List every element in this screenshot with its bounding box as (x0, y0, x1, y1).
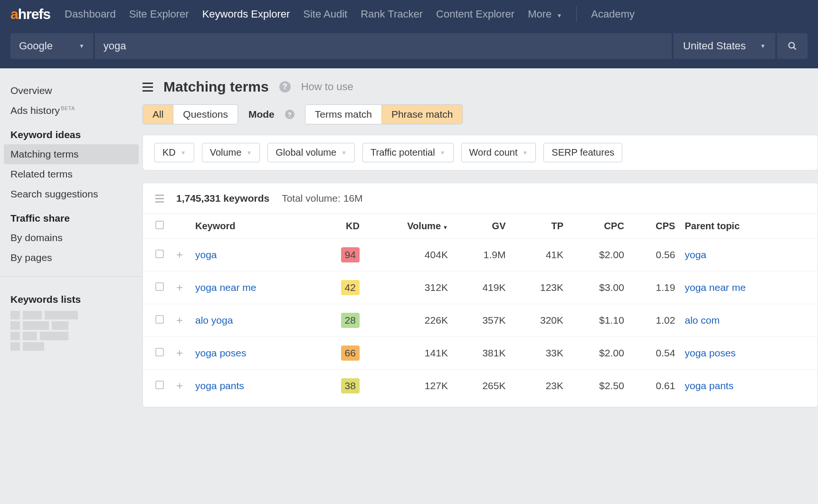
sidebar-overview[interactable]: Overview (0, 81, 143, 101)
keyword-link[interactable]: yoga poses (195, 347, 246, 358)
logo[interactable]: ahrefs (10, 6, 50, 22)
nav-site-audit[interactable]: Site Audit (303, 8, 347, 20)
how-to-use-link[interactable]: How to use (301, 81, 353, 93)
sidebar-matching-terms[interactable]: Matching terms (4, 144, 139, 164)
row-checkbox[interactable] (155, 282, 164, 291)
expand-icon[interactable]: + (173, 248, 186, 261)
keyword-link[interactable]: yoga pants (195, 380, 244, 391)
chevron-down-icon: ▼ (79, 43, 85, 49)
col-keyword[interactable]: Keyword (190, 214, 314, 239)
expand-icon[interactable]: + (173, 314, 186, 327)
sidebar-related-terms[interactable]: Related terms (0, 164, 143, 184)
table-row: +alo yoga28226K357K320K$1.101.02alo com (143, 304, 818, 337)
filter-serp-features[interactable]: SERP features (543, 143, 622, 162)
menu-icon[interactable] (143, 83, 153, 92)
nav-more[interactable]: More ▼ (528, 8, 562, 20)
sidebar-search-suggestions[interactable]: Search suggestions (0, 184, 143, 204)
chevron-down-icon: ▼ (246, 149, 252, 156)
parent-topic-link[interactable]: yoga near me (685, 282, 745, 293)
keyword-link[interactable]: alo yoga (195, 315, 233, 326)
expand-icon[interactable]: + (173, 281, 186, 294)
nav-keywords-explorer[interactable]: Keywords Explorer (202, 8, 290, 20)
blurred-list-item (10, 311, 132, 319)
results-table: Keyword KD Volume▼ GV TP CPC CPS Parent … (143, 214, 818, 402)
svg-point-0 (789, 43, 795, 48)
parent-topic-link[interactable]: yoga poses (685, 347, 735, 358)
tab-group-match: Terms match Phrase match (305, 104, 463, 124)
page-title: Matching terms (163, 79, 269, 95)
row-checkbox[interactable] (155, 381, 164, 389)
cell-tp: 23K (510, 370, 568, 402)
kd-badge: 66 (341, 345, 360, 361)
nav-rank-tracker[interactable]: Rank Tracker (361, 8, 423, 20)
row-checkbox[interactable] (155, 315, 164, 324)
cell-gv: 357K (453, 304, 511, 337)
cell-cps: 0.54 (629, 337, 680, 370)
chevron-down-icon: ▼ (556, 12, 562, 19)
cell-cpc: $3.00 (568, 271, 629, 304)
row-checkbox[interactable] (155, 348, 164, 356)
filter-traffic-potential[interactable]: Traffic potential▼ (362, 143, 454, 162)
parent-topic-link[interactable]: alo com (685, 315, 720, 326)
sidebar-ads-history[interactable]: Ads historyBETA (0, 101, 143, 121)
list-icon[interactable] (155, 195, 164, 203)
nav-academy[interactable]: Academy (591, 8, 635, 20)
tab-questions[interactable]: Questions (173, 105, 238, 124)
nav-site-explorer[interactable]: Site Explorer (129, 8, 189, 20)
cell-cpc: $2.50 (568, 370, 629, 402)
table-row: +yoga poses66141K381K33K$2.000.54yoga po… (143, 337, 818, 370)
filter-kd[interactable]: KD▼ (154, 143, 194, 162)
cell-volume: 404K (364, 239, 453, 271)
cell-volume: 127K (364, 370, 453, 402)
main-header: Matching terms ? How to use (143, 79, 818, 104)
results-header: 1,745,331 keywords Total volume: 16M (143, 183, 818, 214)
table-row: +yoga pants38127K265K23K$2.500.61yoga pa… (143, 370, 818, 402)
expand-icon[interactable]: + (173, 346, 186, 359)
search-engine-select[interactable]: Google ▼ (10, 33, 93, 59)
blurred-list-item (10, 332, 132, 340)
col-gv[interactable]: GV (453, 214, 511, 239)
keyword-link[interactable]: yoga near me (195, 282, 256, 293)
expand-icon[interactable]: + (173, 379, 186, 392)
cell-cpc: $2.00 (568, 337, 629, 370)
country-select[interactable]: United States ▼ (674, 33, 775, 59)
help-icon[interactable]: ? (285, 110, 295, 119)
col-tp[interactable]: TP (510, 214, 568, 239)
filter-word-count[interactable]: Word count▼ (461, 143, 536, 162)
keyword-link[interactable]: yoga (195, 249, 217, 260)
help-icon[interactable]: ? (279, 81, 291, 93)
sidebar-head-lists: Keywords lists (0, 285, 143, 309)
filter-volume[interactable]: Volume▼ (202, 143, 260, 162)
row-checkbox[interactable] (155, 250, 164, 258)
nav-dashboard[interactable]: Dashboard (65, 8, 116, 20)
sidebar-by-domains[interactable]: By domains (0, 228, 143, 248)
parent-topic-link[interactable]: yoga (685, 249, 706, 260)
col-volume[interactable]: Volume▼ (364, 214, 453, 239)
search-bar: Google ▼ United States ▼ (0, 28, 818, 68)
tab-phrase-match[interactable]: Phrase match (381, 105, 463, 124)
search-button[interactable] (777, 33, 808, 59)
tab-all[interactable]: All (143, 105, 173, 124)
col-kd[interactable]: KD (314, 214, 364, 239)
search-input[interactable] (104, 40, 663, 52)
nav-content-explorer[interactable]: Content Explorer (436, 8, 514, 20)
parent-topic-link[interactable]: yoga pants (685, 380, 733, 391)
chevron-down-icon: ▼ (341, 149, 347, 156)
kd-badge: 28 (341, 313, 360, 328)
tab-group-type: All Questions (143, 104, 238, 124)
select-all-checkbox[interactable] (155, 221, 164, 229)
sort-desc-icon: ▼ (443, 224, 448, 230)
beta-badge: BETA (61, 105, 75, 111)
filter-global-volume[interactable]: Global volume▼ (267, 143, 355, 162)
col-cps[interactable]: CPS (629, 214, 680, 239)
cell-cps: 0.61 (629, 370, 680, 402)
col-cpc[interactable]: CPC (568, 214, 629, 239)
cell-volume: 312K (364, 271, 453, 304)
tab-terms-match[interactable]: Terms match (305, 105, 381, 124)
sidebar-by-pages[interactable]: By pages (0, 248, 143, 268)
divider (0, 276, 143, 277)
blurred-list-item (10, 342, 132, 351)
cell-cpc: $1.10 (568, 304, 629, 337)
col-parent-topic[interactable]: Parent topic (680, 214, 818, 239)
table-row: +yoga near me42312K419K123K$3.001.19yoga… (143, 271, 818, 304)
